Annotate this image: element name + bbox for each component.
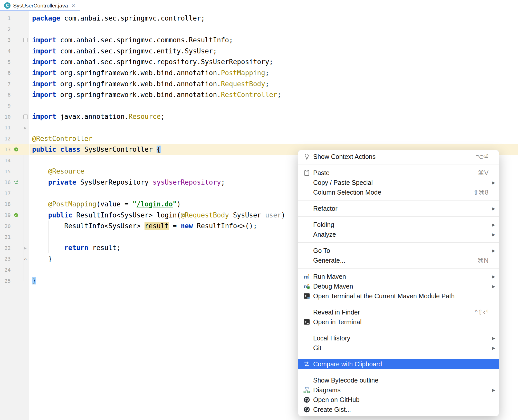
editor-gutter: 123−45678910−11▸1213141516171819202122▸2… xyxy=(0,11,29,420)
menu-separator xyxy=(298,216,499,217)
gutter-row: 22▸ xyxy=(0,242,29,253)
line-number: 15 xyxy=(0,168,11,175)
spring-autowired-icon[interactable] xyxy=(11,180,22,185)
menu-item-label: Generate... xyxy=(313,257,345,264)
code-line[interactable]: import com.anbai.sec.springmvc.commons.R… xyxy=(30,35,518,46)
gutter-row: 4 xyxy=(0,46,29,57)
code-line[interactable]: import org.springframework.web.bind.anno… xyxy=(30,68,518,79)
github-icon xyxy=(303,396,311,403)
gutter-row: 20 xyxy=(0,221,29,232)
line-number: 2 xyxy=(0,26,11,32)
gutter-row: 3− xyxy=(0,35,29,46)
line-number: 5 xyxy=(0,59,11,65)
menu-item-column-selection-mode[interactable]: Column Selection Mode⇧⌘8 xyxy=(298,187,499,197)
menu-item-reveal-in-finder[interactable]: Reveal in Finder^⇧⏎ xyxy=(298,307,499,317)
menu-icon-slot xyxy=(303,189,311,196)
menu-item-label: Show Bytecode outline xyxy=(313,377,378,384)
tab-close-icon[interactable]: × xyxy=(72,3,75,9)
menu-item-show-context-actions[interactable]: Show Context Actions⌥⏎ xyxy=(298,152,499,161)
code-line[interactable]: import org.springframework.web.bind.anno… xyxy=(30,89,518,100)
line-number: 18 xyxy=(0,201,11,207)
gutter-row: 2 xyxy=(0,24,29,35)
menu-item-open-on-github[interactable]: Open on GitHub xyxy=(298,395,499,405)
fold-end-icon[interactable]: ⌂ xyxy=(22,256,29,261)
line-number: 8 xyxy=(0,92,11,98)
menu-item-analyze[interactable]: Analyze▶ xyxy=(298,230,499,239)
line-number: 11 xyxy=(0,125,11,131)
spring-bean-icon[interactable] xyxy=(11,147,22,152)
menu-item-compare-with-clipboard[interactable]: Compare with Clipboard xyxy=(298,359,499,369)
menu-separator xyxy=(298,268,499,269)
line-number: 19 xyxy=(0,212,11,218)
code-line[interactable]: package com.anbai.sec.springmvc.controll… xyxy=(30,13,518,24)
menu-item-label: Open on GitHub xyxy=(313,396,360,404)
menu-item-label: Paste xyxy=(313,169,330,177)
code-line[interactable]: import com.anbai.sec.springmvc.entity.Sy… xyxy=(30,46,518,57)
gutter-row: 7 xyxy=(0,79,29,90)
menu-separator xyxy=(298,330,499,330)
menu-separator xyxy=(298,372,499,372)
menu-item-create-gist[interactable]: Create Gist... xyxy=(298,405,499,414)
menu-shortcut: ⌥⏎ xyxy=(476,153,488,160)
menu-item-label: Show Context Actions xyxy=(313,153,376,160)
menu-item-open-terminal-at-the-current-maven-module-path[interactable]: mOpen Terminal at the Current Maven Modu… xyxy=(298,291,499,301)
menu-item-local-history[interactable]: Local History▶ xyxy=(298,333,499,343)
maven-run-icon: m xyxy=(303,273,311,280)
code-line[interactable] xyxy=(30,100,518,111)
menu-icon-slot xyxy=(303,377,311,384)
code-line[interactable] xyxy=(30,122,518,133)
tab-sysusercontroller-java[interactable]: C SysUserController.java × xyxy=(0,0,80,11)
submenu-arrow-icon: ▶ xyxy=(491,336,495,341)
line-number: 22 xyxy=(0,245,11,251)
menu-icon-slot xyxy=(303,247,311,254)
menu-icon-slot xyxy=(303,309,311,316)
menu-item-run-maven[interactable]: mRun Maven▶ xyxy=(298,272,499,281)
code-line[interactable]: import javax.annotation.Resource; xyxy=(30,111,518,122)
code-line[interactable]: @RestController xyxy=(30,133,518,144)
menu-item-copy-paste-special[interactable]: Copy / Paste Special▶ xyxy=(298,178,499,187)
fold-open-icon[interactable]: − xyxy=(22,38,29,42)
tab-title: SysUserController.java xyxy=(13,3,68,9)
menu-shortcut: ⌘N xyxy=(477,257,488,264)
gutter-row: 21 xyxy=(0,232,29,243)
gutter-rows: 123−45678910−11▸1213141516171819202122▸2… xyxy=(0,11,29,286)
menu-item-diagrams[interactable]: Diagrams▶ xyxy=(298,385,499,395)
code-line[interactable]: import org.springframework.web.bind.anno… xyxy=(30,79,518,90)
menu-item-refactor[interactable]: Refactor▶ xyxy=(298,204,499,213)
menu-item-label: Reveal in Finder xyxy=(313,309,360,316)
submenu-arrow-icon: ▶ xyxy=(491,206,495,211)
compare-clipboard-icon xyxy=(303,360,311,368)
gutter-row: 6 xyxy=(0,68,29,79)
menu-item-folding[interactable]: Folding▶ xyxy=(298,220,499,230)
gutter-row: 12 xyxy=(0,133,29,144)
menu-item-debug-maven[interactable]: mDebug Maven▶ xyxy=(298,281,499,291)
terminal-icon xyxy=(303,318,311,326)
gutter-row: 5 xyxy=(0,56,29,68)
gutter-row: 23⌂ xyxy=(0,253,29,264)
java-class-icon: C xyxy=(4,2,11,9)
menu-item-show-bytecode-outline[interactable]: Show Bytecode outline xyxy=(298,375,499,385)
menu-shortcut: ⇧⌘8 xyxy=(473,189,488,196)
menu-item-label: Analyze xyxy=(313,231,336,238)
submenu-arrow-icon: ▶ xyxy=(491,274,495,279)
submenu-arrow-icon: ▶ xyxy=(491,346,495,350)
menu-item-generate[interactable]: Generate...⌘N xyxy=(298,255,499,265)
indent-guide xyxy=(33,155,33,275)
code-line[interactable] xyxy=(30,24,518,35)
gutter-row: 9 xyxy=(0,100,29,111)
menu-item-go-to[interactable]: Go To▶ xyxy=(298,246,499,255)
menu-item-label: Go To xyxy=(313,247,330,254)
editor-tab-bar: C SysUserController.java × xyxy=(0,0,518,11)
line-number: 20 xyxy=(0,223,11,229)
menu-item-git[interactable]: Git▶ xyxy=(298,343,499,353)
spring-bean-icon[interactable] xyxy=(11,213,22,218)
menu-item-paste[interactable]: Paste⌘V xyxy=(298,168,499,178)
fold-open-icon[interactable]: − xyxy=(22,114,29,119)
line-number: 25 xyxy=(0,278,11,284)
code-line[interactable]: import com.anbai.sec.springmvc.repositor… xyxy=(30,56,518,68)
menu-item-open-in-terminal[interactable]: Open in Terminal xyxy=(298,317,499,327)
lightbulb-icon xyxy=(303,153,311,160)
gutter-row: 13 xyxy=(0,144,29,155)
line-number: 4 xyxy=(0,48,11,54)
gutter-row: 18 xyxy=(0,199,29,210)
